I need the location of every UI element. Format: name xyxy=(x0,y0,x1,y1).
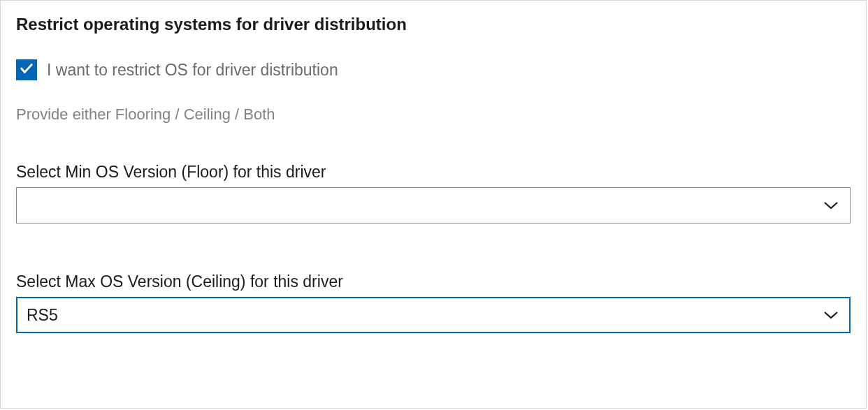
max-os-value: RS5 xyxy=(27,306,58,325)
checkmark-icon xyxy=(19,61,34,79)
restrict-os-checkbox[interactable] xyxy=(16,59,37,80)
min-os-label: Select Min OS Version (Floor) for this d… xyxy=(16,163,851,182)
chevron-down-icon xyxy=(823,310,839,320)
chevron-down-icon xyxy=(823,200,839,210)
min-os-field: Select Min OS Version (Floor) for this d… xyxy=(16,163,851,224)
helper-text: Provide either Flooring / Ceiling / Both xyxy=(16,105,851,124)
restrict-os-panel: Restrict operating systems for driver di… xyxy=(0,0,867,409)
panel-heading: Restrict operating systems for driver di… xyxy=(16,15,851,34)
min-os-select[interactable] xyxy=(16,187,851,224)
restrict-os-checkbox-label: I want to restrict OS for driver distrib… xyxy=(47,61,338,80)
restrict-os-checkbox-row: I want to restrict OS for driver distrib… xyxy=(16,59,851,80)
max-os-field: Select Max OS Version (Ceiling) for this… xyxy=(16,272,851,333)
max-os-select[interactable]: RS5 xyxy=(16,297,851,333)
max-os-label: Select Max OS Version (Ceiling) for this… xyxy=(16,272,851,291)
